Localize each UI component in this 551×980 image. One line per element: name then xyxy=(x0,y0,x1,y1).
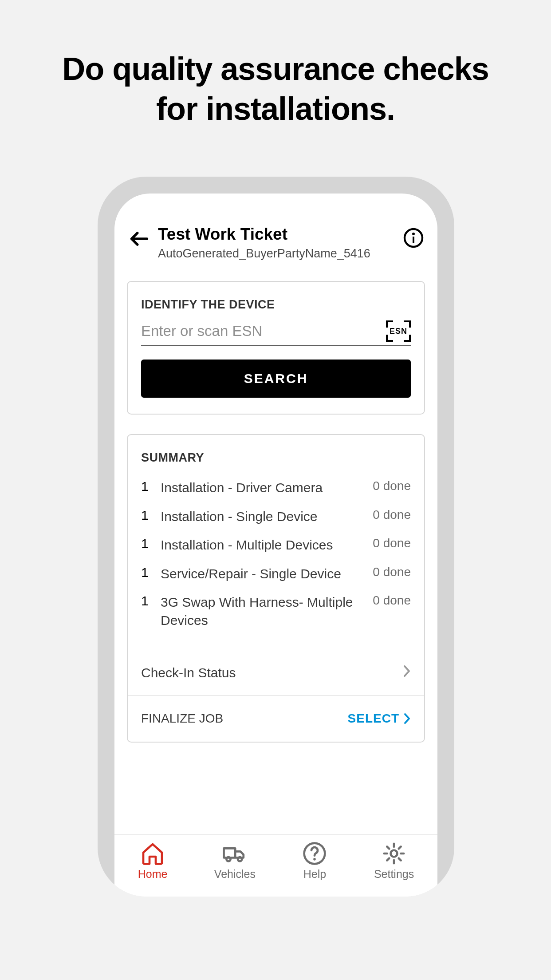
nav-settings-label: Settings xyxy=(374,869,414,880)
summary-section-title: SUMMARY xyxy=(128,435,424,474)
bottom-nav: Home Vehicles Help xyxy=(114,834,437,897)
summary-item-status: 0 done xyxy=(373,536,411,550)
nav-help[interactable]: Help xyxy=(302,841,327,880)
summary-item: 1 Service/Repair - Single Device 0 done xyxy=(141,560,411,589)
truck-icon xyxy=(222,841,247,866)
svg-rect-2 xyxy=(413,237,414,243)
nav-help-label: Help xyxy=(303,869,326,880)
home-icon xyxy=(140,841,165,866)
summary-item-status: 0 done xyxy=(373,508,411,522)
summary-item-label: Installation - Driver Camera xyxy=(161,479,373,497)
header-text: Test Work Ticket AutoGenerated_BuyerPart… xyxy=(151,225,403,261)
nav-vehicles-label: Vehicles xyxy=(214,869,256,880)
svg-point-6 xyxy=(314,858,316,861)
help-icon xyxy=(302,841,327,866)
chevron-right-icon xyxy=(404,713,411,724)
summary-item-status: 0 done xyxy=(373,479,411,493)
summary-item-count: 1 xyxy=(141,479,161,494)
page-subtitle: AutoGenerated_BuyerPartyName_5416 xyxy=(158,246,403,261)
summary-item-status: 0 done xyxy=(373,565,411,579)
svg-point-4 xyxy=(238,857,242,861)
summary-item-count: 1 xyxy=(141,536,161,551)
summary-list: 1 Installation - Driver Camera 0 done 1 … xyxy=(128,474,424,640)
hero-title-line1: Do quality assurance checks xyxy=(62,51,488,87)
summary-item-label: Installation - Multiple Devices xyxy=(161,536,373,554)
summary-item-status: 0 done xyxy=(373,593,411,608)
summary-item: 1 3G Swap With Harness- Multiple Devices… xyxy=(141,588,411,635)
checkin-status-button[interactable]: Check-In Status xyxy=(128,650,424,695)
app-header: Test Work Ticket AutoGenerated_BuyerPart… xyxy=(114,194,437,261)
identify-section-title: IDENTIFY THE DEVICE xyxy=(128,282,424,320)
esn-input[interactable] xyxy=(141,323,386,340)
phone-frame: Test Work Ticket AutoGenerated_BuyerPart… xyxy=(98,177,454,897)
identify-card: IDENTIFY THE DEVICE ESN SEARCH xyxy=(127,281,425,415)
svg-point-7 xyxy=(391,850,398,857)
info-button[interactable] xyxy=(403,227,424,249)
nav-vehicles[interactable]: Vehicles xyxy=(214,841,256,880)
finalize-select-label: SELECT xyxy=(348,711,399,726)
summary-item: 1 Installation - Driver Camera 0 done xyxy=(141,474,411,502)
summary-card: SUMMARY 1 Installation - Driver Camera 0… xyxy=(127,434,425,743)
nav-settings[interactable]: Settings xyxy=(374,841,414,880)
summary-item-count: 1 xyxy=(141,508,161,523)
scan-esn-label: ESN xyxy=(390,327,407,336)
checkin-status-label: Check-In Status xyxy=(141,665,236,680)
search-button[interactable]: SEARCH xyxy=(141,360,411,398)
hero-title-line2: for installations. xyxy=(156,91,395,126)
svg-point-3 xyxy=(227,857,231,861)
back-arrow-icon xyxy=(128,227,151,250)
summary-item-count: 1 xyxy=(141,593,161,609)
phone-screen: Test Work Ticket AutoGenerated_BuyerPart… xyxy=(114,194,437,897)
chevron-right-icon xyxy=(403,664,411,681)
summary-item-label: Service/Repair - Single Device xyxy=(161,565,373,583)
page-title: Test Work Ticket xyxy=(158,225,403,244)
finalize-select-button[interactable]: SELECT xyxy=(348,711,411,726)
summary-item: 1 Installation - Multiple Devices 0 done xyxy=(141,531,411,560)
svg-point-1 xyxy=(412,233,415,235)
esn-input-row: ESN xyxy=(141,320,411,346)
nav-home-label: Home xyxy=(138,869,168,880)
finalize-job-row: FINALIZE JOB SELECT xyxy=(128,695,424,742)
gear-icon xyxy=(382,841,406,866)
summary-item: 1 Installation - Single Device 0 done xyxy=(141,502,411,531)
summary-item-label: Installation - Single Device xyxy=(161,508,373,526)
back-button[interactable] xyxy=(128,227,151,250)
finalize-job-label: FINALIZE JOB xyxy=(141,711,223,726)
scan-esn-button[interactable]: ESN xyxy=(386,320,411,342)
summary-item-count: 1 xyxy=(141,565,161,580)
hero-title: Do quality assurance checks for installa… xyxy=(0,0,551,129)
nav-home[interactable]: Home xyxy=(138,841,168,880)
info-icon xyxy=(403,227,424,249)
summary-item-label: 3G Swap With Harness- Multiple Devices xyxy=(161,593,373,629)
